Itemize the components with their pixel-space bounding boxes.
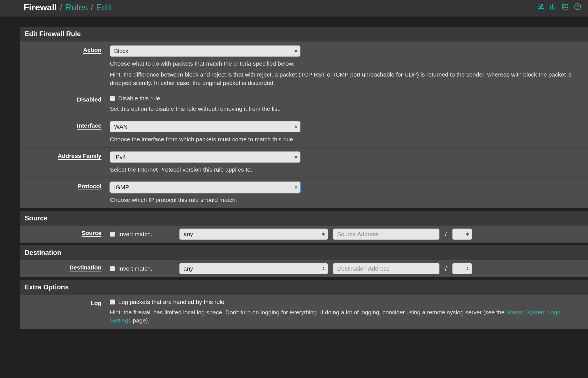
label-destination: Destination	[20, 263, 110, 274]
row-disabled: Disabled Disable this rule Set this opti…	[20, 91, 588, 117]
row-protocol: Protocol IGMP Choose which IP protocol t…	[20, 178, 588, 208]
panel-header-extra: Extra Options	[20, 280, 588, 294]
protocol-select[interactable]: IGMP	[110, 182, 300, 193]
panel-edit-firewall-rule: Edit Firewall Rule Action Block Choose w…	[20, 27, 588, 208]
source-type-value: any	[184, 231, 193, 238]
action-help-2: Hint: the difference between block and r…	[110, 70, 582, 87]
svg-rect-3	[562, 4, 568, 9]
label-disabled: Disabled	[20, 95, 110, 113]
source-invert-label: Invert match.	[118, 231, 152, 238]
label-action: Action	[20, 45, 110, 87]
interface-help: Choose the interface from which packets …	[110, 135, 582, 143]
label-interface: Interface	[20, 121, 110, 143]
source-mask-separator: /	[442, 231, 450, 238]
panel-header-destination: Destination	[20, 245, 588, 260]
log-hint-post: page).	[131, 317, 149, 324]
row-log: Log Log packets that are handled by this…	[20, 294, 588, 329]
svg-point-2	[543, 8, 544, 9]
destination-type-value: any	[184, 265, 193, 272]
action-help-1: Choose what to do with packets that matc…	[110, 59, 582, 68]
action-select[interactable]: Block	[110, 45, 300, 57]
breadcrumb: Firewall / Rules / Edit	[24, 2, 112, 13]
log-checkbox-label: Log packets that are handled by this rul…	[118, 299, 224, 305]
chevron-updown-icon	[322, 232, 325, 236]
chevron-updown-icon	[295, 155, 297, 159]
title-bar: Firewall / Rules / Edit	[0, 0, 588, 17]
panel-extra-options: Extra Options Log Log packets that are h…	[20, 280, 588, 329]
action-select-value: Block	[114, 48, 128, 54]
help-icon[interactable]	[574, 3, 581, 12]
log-hint-pre: Hint: the firewall has limited local log…	[110, 309, 506, 315]
row-destination: Destination Invert match. any /	[20, 260, 588, 277]
interface-select-value: WAN	[114, 123, 128, 130]
address-family-select[interactable]: IPv4	[110, 151, 300, 163]
label-address-family: Address Family	[20, 151, 110, 174]
panel-source: Source Source Invert match. any /	[20, 211, 588, 243]
chevron-updown-icon	[466, 267, 469, 270]
log-checkbox[interactable]	[110, 299, 115, 305]
protocol-help: Choose which IP protocol this rule shoul…	[110, 196, 582, 204]
destination-invert-checkbox[interactable]	[110, 266, 115, 271]
chevron-updown-icon	[295, 49, 297, 53]
destination-invert-label: Invert match.	[118, 265, 152, 272]
panel-destination: Destination Destination Invert match. an…	[20, 245, 588, 277]
destination-mask-separator: /	[442, 265, 450, 272]
list-icon[interactable]	[562, 3, 569, 12]
row-address-family: Address Family IPv4 Select the Internet …	[20, 147, 588, 178]
svg-point-0	[541, 4, 543, 5]
source-mask-select[interactable]	[452, 229, 472, 240]
source-invert-checkbox[interactable]	[110, 232, 115, 237]
row-source: Source Invert match. any /	[20, 225, 588, 243]
destination-mask-select[interactable]	[452, 263, 472, 274]
address-family-help: Select the Internet Protocol version thi…	[110, 165, 582, 174]
row-interface: Interface WAN Choose the interface from …	[20, 117, 588, 147]
row-action: Action Block Choose what to do with pack…	[20, 41, 588, 91]
source-address-input[interactable]	[333, 229, 439, 240]
destination-type-select[interactable]: any	[179, 263, 328, 274]
label-protocol: Protocol	[20, 182, 110, 204]
sliders-icon[interactable]	[537, 3, 544, 12]
disabled-help: Set this option to disable this rule wit…	[110, 105, 582, 113]
destination-address-input[interactable]	[333, 263, 439, 274]
breadcrumb-level-1[interactable]: Rules	[65, 2, 88, 13]
label-source: Source	[20, 229, 110, 240]
chevron-updown-icon	[295, 125, 297, 128]
panel-header-edit: Edit Firewall Rule	[20, 27, 588, 41]
chevron-updown-icon	[295, 186, 297, 189]
log-hint: Hint: the firewall has limited local log…	[110, 308, 582, 325]
breadcrumb-level-0[interactable]: Firewall	[24, 2, 57, 13]
bar-chart-icon[interactable]	[549, 3, 557, 12]
breadcrumb-separator: /	[91, 2, 93, 13]
svg-point-1	[540, 6, 541, 7]
disabled-checkbox[interactable]	[110, 96, 115, 101]
breadcrumb-separator: /	[60, 2, 62, 13]
title-icon-group	[537, 3, 581, 12]
interface-select[interactable]: WAN	[110, 121, 300, 132]
disabled-checkbox-label: Disable this rule	[118, 95, 160, 102]
source-type-select[interactable]: any	[179, 229, 328, 240]
protocol-select-value: IGMP	[114, 184, 129, 191]
chevron-updown-icon	[466, 232, 469, 236]
breadcrumb-level-2[interactable]: Edit	[96, 2, 112, 13]
label-log: Log	[20, 299, 110, 325]
address-family-select-value: IPv4	[114, 154, 126, 160]
panel-header-source: Source	[20, 211, 588, 225]
chevron-updown-icon	[322, 267, 325, 270]
